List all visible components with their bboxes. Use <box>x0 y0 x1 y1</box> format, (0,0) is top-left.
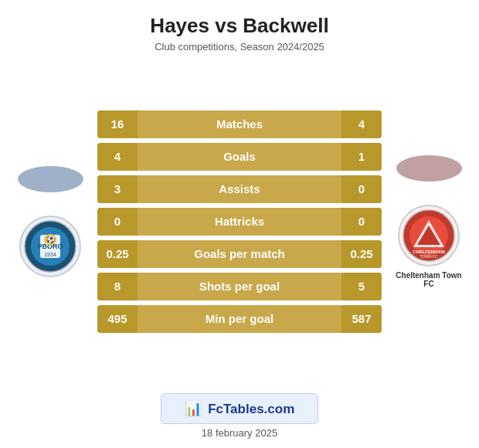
stat-label: Goals <box>138 150 341 163</box>
stat-label: Assists <box>138 182 341 195</box>
stat-val-left: 495 <box>97 305 138 333</box>
chelt-badge-svg: CHELTENHAM TOWN FC <box>402 209 456 263</box>
stat-val-right: 587 <box>341 305 382 333</box>
stat-row: 0Hattricks0 <box>97 208 382 236</box>
main-content: PBORO 1934 ⚽ 16Matches44Goals13Assists00… <box>0 57 479 385</box>
svg-text:TOWN FC: TOWN FC <box>420 254 438 259</box>
stat-row: 0.25Goals per match0.25 <box>97 240 382 268</box>
stat-row: 495Min per goal587 <box>97 305 382 333</box>
stat-val-left: 0 <box>97 208 138 236</box>
stat-val-left: 8 <box>97 273 138 300</box>
team-badge-right: CHELTENHAM TOWN FC <box>398 205 460 266</box>
stat-label: Shots per goal <box>138 280 341 293</box>
svg-text:1934: 1934 <box>44 252 56 257</box>
stat-row: 3Assists0 <box>97 175 382 203</box>
pboro-badge-svg: PBORO 1934 ⚽ <box>23 219 77 273</box>
match-subtitle: Club competitions, Season 2024/2025 <box>150 41 328 53</box>
team-right: CHELTENHAM TOWN FC Cheltenham Town FC <box>386 155 471 288</box>
right-ellipse <box>396 155 462 182</box>
stat-label: Hattricks <box>138 215 341 228</box>
left-ellipse <box>18 166 83 192</box>
stat-val-left: 16 <box>97 110 138 138</box>
stat-row: 4Goals1 <box>97 143 382 171</box>
stat-val-right: 0 <box>341 208 382 236</box>
team-name-right: Cheltenham Town FC <box>394 271 464 288</box>
stat-val-right: 1 <box>341 143 382 171</box>
logo-icon: 📊 <box>185 400 202 417</box>
stats-area: 16Matches44Goals13Assists00Hattricks00.2… <box>93 110 386 333</box>
stat-val-right: 0 <box>341 175 382 203</box>
team-left: PBORO 1934 ⚽ <box>8 166 93 277</box>
stat-row: 16Matches4 <box>97 110 382 138</box>
stat-val-right: 4 <box>341 110 382 138</box>
stat-label: Matches <box>138 117 341 131</box>
match-title: Hayes vs Backwell <box>150 14 328 38</box>
stat-val-right: 0.25 <box>341 240 382 268</box>
svg-text:⚽: ⚽ <box>46 235 56 244</box>
team-badge-left: PBORO 1934 ⚽ <box>19 216 81 277</box>
stat-val-right: 5 <box>341 273 382 300</box>
stat-val-left: 4 <box>97 143 138 171</box>
stat-label: Min per goal <box>138 312 341 325</box>
stat-val-left: 3 <box>97 175 138 203</box>
logo-text: FcTables.com <box>208 402 294 416</box>
stat-row: 8Shots per goal5 <box>97 273 382 300</box>
logo-area[interactable]: 📊 FcTables.com <box>161 393 319 424</box>
stat-val-left: 0.25 <box>97 240 138 268</box>
header: Hayes vs Backwell Club competitions, Sea… <box>134 0 344 57</box>
stat-label: Goals per match <box>138 247 341 260</box>
footer-date: 18 february 2025 <box>202 427 277 439</box>
